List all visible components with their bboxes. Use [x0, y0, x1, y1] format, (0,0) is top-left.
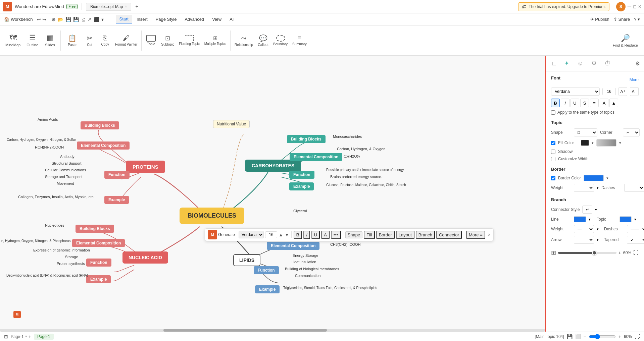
- canvas[interactable]: BIOMOLECULES Nutritional Value PROTEINS …: [0, 56, 545, 332]
- mindmap-view-btn[interactable]: 🗺 MindMap: [3, 32, 23, 49]
- ft-size-up[interactable]: ▲: [279, 232, 283, 237]
- ft-underline-btn[interactable]: U: [311, 231, 320, 239]
- branch-arrow-selector[interactable]: ——: [574, 236, 594, 244]
- corner-selector[interactable]: ⌐: [623, 128, 640, 136]
- font-more-btn[interactable]: More: [630, 77, 639, 82]
- dashes-selector[interactable]: ——: [624, 184, 644, 192]
- multiple-topics-btn[interactable]: ⊞ Multiple Topics: [202, 34, 228, 47]
- ft-bold-btn[interactable]: B: [294, 231, 302, 239]
- new-btn[interactable]: ⊕: [52, 17, 56, 22]
- panel-tab-format[interactable]: □: [550, 59, 559, 68]
- ft-border-btn[interactable]: Border: [376, 231, 395, 239]
- proteins-building-blocks[interactable]: Building Blocks: [81, 121, 119, 129]
- proteins-function[interactable]: Function: [104, 171, 130, 179]
- tab-close[interactable]: ×: [125, 5, 127, 8]
- panel-tab-history[interactable]: ⏱: [602, 59, 613, 68]
- branch-topic-dropdown[interactable]: ▾: [634, 217, 636, 222]
- ft-font-selector[interactable]: Verdana: [239, 231, 264, 238]
- more-toolbar-btn[interactable]: ⬛: [94, 17, 99, 22]
- slides-view-btn[interactable]: ▦ Slides: [42, 32, 58, 49]
- relationship-btn[interactable]: ⤳ Relationship: [233, 33, 255, 48]
- ft-connector-btn[interactable]: Connector: [436, 231, 462, 239]
- proteins-example[interactable]: Example: [104, 196, 129, 204]
- print-btn[interactable]: 🖨: [81, 17, 86, 22]
- nucleic-elemental[interactable]: Elemental Composition: [72, 239, 125, 247]
- maximize-btn[interactable]: □: [633, 4, 636, 9]
- zoom-in-icon[interactable]: +: [618, 250, 621, 255]
- panel-tab-face[interactable]: ☺: [575, 59, 586, 68]
- nucleic-function[interactable]: Function: [86, 259, 111, 267]
- font-size-down-btn[interactable]: A⁻: [630, 87, 639, 96]
- border-color-checkbox[interactable]: [551, 176, 555, 180]
- lipids-elemental[interactable]: Elemental Composition: [267, 242, 319, 250]
- share-btn[interactable]: ⇧ Share: [613, 17, 630, 22]
- topic-btn[interactable]: Topic: [144, 34, 158, 48]
- outline-view-btn[interactable]: ☰ Outline: [24, 32, 41, 49]
- boundary-btn[interactable]: Boundary: [271, 34, 290, 48]
- ft-italic-btn[interactable]: I: [303, 231, 310, 239]
- zoom-slider-thumb[interactable]: [592, 250, 597, 255]
- h-scrollbar-thumb[interactable]: [163, 329, 327, 332]
- dropdown-btn[interactable]: ▾: [101, 17, 104, 22]
- fill-color-checkbox[interactable]: [551, 141, 555, 145]
- lipids-example[interactable]: Example: [255, 285, 280, 293]
- zoom-in-btn[interactable]: +: [618, 334, 621, 339]
- italic-btn[interactable]: I: [561, 99, 569, 107]
- lipids-function[interactable]: Function: [254, 266, 279, 274]
- underline-btn[interactable]: U: [571, 99, 579, 107]
- menu-ai[interactable]: AI: [226, 15, 237, 23]
- font-size-up-btn[interactable]: A⁺: [618, 87, 627, 96]
- fill-color-dropdown[interactable]: ▾: [592, 141, 594, 145]
- open-btn[interactable]: 📂: [58, 17, 63, 22]
- carbs-function[interactable]: Function: [289, 171, 314, 179]
- bottom-icon1[interactable]: 💾: [567, 334, 573, 339]
- fullscreen-btn2[interactable]: ⛶: [635, 334, 640, 340]
- close-btn[interactable]: ×: [638, 4, 641, 10]
- zoom-range[interactable]: [589, 334, 616, 339]
- panel-tab-settings[interactable]: ⚙: [589, 58, 599, 68]
- ft-layout-btn[interactable]: Layout: [396, 231, 414, 239]
- find-replace-btn[interactable]: 🔎 Find & Replace: [609, 33, 641, 49]
- add-tab-btn[interactable]: +: [135, 4, 138, 10]
- menu-advanced[interactable]: Advanced: [181, 15, 207, 23]
- page-fit-btn[interactable]: ⊞: [551, 249, 556, 257]
- summary-btn[interactable]: ≡ Summary: [290, 33, 309, 48]
- active-tab[interactable]: Biomole...ept-Map ×: [86, 3, 131, 11]
- menu-insert[interactable]: Insert: [133, 15, 151, 23]
- active-page-tab[interactable]: Page-1: [34, 334, 54, 340]
- subtopic-btn[interactable]: ⊡ Subtopic: [159, 33, 176, 48]
- zoom-out-btn[interactable]: −: [584, 334, 586, 339]
- align-btn[interactable]: ≡: [590, 99, 599, 107]
- undo-btn[interactable]: ↩: [37, 17, 41, 22]
- minimize-btn[interactable]: ─: [628, 4, 631, 10]
- nucleic-node[interactable]: NUCLEIC ACID: [122, 251, 168, 264]
- save2-btn[interactable]: 💾: [73, 17, 79, 22]
- apply-same-checkbox[interactable]: [551, 110, 555, 115]
- add-page-btn[interactable]: +: [29, 334, 31, 339]
- highlight-btn[interactable]: ▲: [609, 99, 618, 107]
- branch-weight-selector[interactable]: —: [574, 225, 594, 233]
- ft-color-btn[interactable]: A: [321, 231, 330, 239]
- nucleic-building[interactable]: Building Blocks: [76, 225, 114, 233]
- save-btn[interactable]: 💾: [65, 17, 71, 22]
- center-node[interactable]: BIOMOLECULES: [180, 208, 244, 224]
- help-btn[interactable]: ? ▾: [634, 17, 640, 22]
- customize-width-checkbox[interactable]: [551, 157, 555, 161]
- ft-close-btn[interactable]: ×: [488, 232, 491, 237]
- branch-dashes-selector[interactable]: ——: [627, 225, 644, 233]
- ft-more-fmt-btn[interactable]: •••: [331, 231, 341, 239]
- bottom-icon2[interactable]: ⬜: [575, 334, 581, 339]
- workbench-btn[interactable]: 🏠: [4, 17, 9, 22]
- connector-style-curved[interactable]: ↵: [582, 206, 592, 214]
- copy-btn[interactable]: ⎘ Copy: [98, 33, 112, 48]
- panel-tab-style[interactable]: ✦: [561, 58, 572, 68]
- nucleic-example[interactable]: Example: [86, 275, 111, 283]
- ft-fill-btn[interactable]: Fill: [364, 231, 375, 239]
- shape-selector[interactable]: □: [574, 128, 597, 136]
- nutritional-value-node[interactable]: Nutritional Value: [213, 120, 250, 128]
- workbench-label[interactable]: Workbench: [11, 17, 33, 22]
- grid-view-btn[interactable]: ⊞: [4, 334, 8, 339]
- carbs-example[interactable]: Example: [289, 182, 314, 190]
- branch-line-dropdown[interactable]: ▾: [589, 217, 591, 222]
- font-name-selector[interactable]: Verdana: [551, 88, 600, 96]
